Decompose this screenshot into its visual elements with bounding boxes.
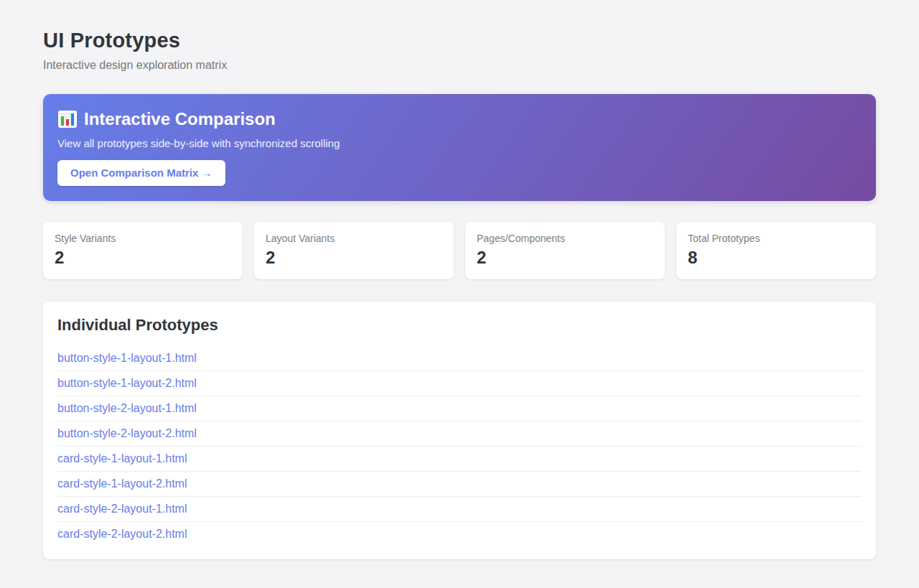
bar-chart-icon — [57, 110, 78, 129]
prototype-link[interactable]: card-style-2-layout-1.html — [57, 497, 862, 521]
prototype-link[interactable]: card-style-1-layout-1.html — [57, 447, 862, 471]
stat-label: Pages/Components — [477, 233, 653, 244]
stat-value: 2 — [55, 248, 231, 268]
banner-title: Interactive Comparison — [84, 109, 276, 129]
stat-card-pages-components: Pages/Components 2 — [465, 222, 665, 279]
prototype-link[interactable]: button-style-2-layout-2.html — [57, 421, 862, 446]
stat-label: Layout Variants — [266, 233, 442, 244]
list-item: button-style-1-layout-2.html — [57, 371, 862, 396]
list-item: button-style-1-layout-1.html — [57, 346, 862, 371]
page-container: UI Prototypes Interactive design explora… — [43, 0, 876, 559]
stat-value: 2 — [477, 248, 653, 268]
banner-description: View all prototypes side-by-side with sy… — [57, 137, 862, 149]
prototype-link[interactable]: card-style-1-layout-2.html — [57, 472, 862, 496]
prototype-link[interactable]: button-style-1-layout-2.html — [57, 371, 862, 396]
stat-card-layout-variants: Layout Variants 2 — [254, 222, 454, 279]
individual-prototypes-card: Individual Prototypes button-style-1-lay… — [43, 302, 876, 559]
banner-title-row: Interactive Comparison — [57, 109, 862, 129]
list-item: button-style-2-layout-2.html — [57, 421, 862, 447]
stats-row: Style Variants 2 Layout Variants 2 Pages… — [43, 222, 876, 279]
list-item: card-style-2-layout-2.html — [57, 522, 862, 546]
individual-prototypes-heading: Individual Prototypes — [57, 316, 862, 335]
stat-card-style-variants: Style Variants 2 — [43, 222, 243, 279]
page-subtitle: Interactive design exploration matrix — [43, 59, 876, 72]
stat-card-total-prototypes: Total Prototypes 8 — [676, 222, 876, 279]
stat-label: Total Prototypes — [688, 233, 864, 244]
list-item: button-style-2-layout-1.html — [57, 396, 862, 421]
list-item: card-style-1-layout-2.html — [57, 472, 862, 497]
prototype-link[interactable]: card-style-2-layout-2.html — [57, 522, 862, 546]
page-title: UI Prototypes — [43, 29, 876, 52]
prototype-list: button-style-1-layout-1.html button-styl… — [57, 346, 862, 546]
stat-value: 8 — [688, 248, 864, 268]
stat-value: 2 — [266, 248, 442, 268]
prototype-link[interactable]: button-style-2-layout-1.html — [57, 396, 862, 421]
list-item: card-style-1-layout-1.html — [57, 447, 862, 472]
prototype-link[interactable]: button-style-1-layout-1.html — [57, 346, 862, 370]
stat-label: Style Variants — [55, 233, 231, 244]
open-comparison-matrix-button[interactable]: Open Comparison Matrix → — [57, 160, 225, 186]
list-item: card-style-2-layout-1.html — [57, 497, 862, 522]
comparison-banner: Interactive Comparison View all prototyp… — [43, 94, 876, 201]
